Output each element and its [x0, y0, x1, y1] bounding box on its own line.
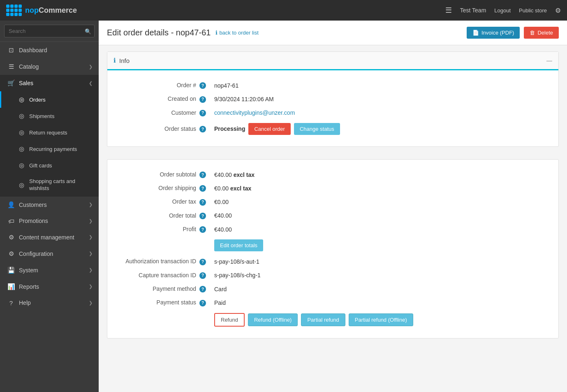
sidebar: 🔍 ⊡ Dashboard ☰ Catalog ❯ 🛒 Sales ❮ ◎ Or… — [0, 21, 99, 392]
edit-order-totals-button[interactable]: Edit order totals — [214, 239, 263, 251]
configuration-icon: ⚙ — [7, 250, 15, 257]
edit-totals-action: Edit order totals — [210, 236, 546, 255]
created-on-row: Created on ? 9/30/2024 11:20:06 AM — [120, 92, 546, 106]
invoice-pdf-button[interactable]: 📄 Invoice (PDF) — [467, 27, 520, 39]
info-table: Order # ? nop47-61 Created on ? 9/30/202… — [120, 79, 546, 138]
order-status-row: Order status ? Processing Cancel order C… — [120, 120, 546, 138]
order-subtotal-help-icon[interactable]: ? — [199, 172, 206, 178]
created-on-help-icon[interactable]: ? — [199, 96, 206, 103]
invoice-icon: 📄 — [472, 30, 479, 36]
auth-transaction-help-icon[interactable]: ? — [199, 259, 206, 265]
info-card-title-text: Info — [119, 57, 130, 64]
capture-transaction-row: Capture transaction ID ? s-pay-108/s-chg… — [120, 269, 546, 282]
cancel-order-button[interactable]: Cancel order — [248, 123, 290, 135]
back-to-order-list-link[interactable]: ℹ back to order list — [215, 30, 258, 36]
sidebar-item-shopping-carts[interactable]: ◎ Shopping carts and wishlists — [0, 174, 99, 197]
chevron-right-customers-icon: ❯ — [89, 202, 93, 207]
delete-button[interactable]: 🗑 Delete — [524, 27, 559, 39]
payment-actions-row: Refund Refund (Offline) Partial refund P… — [120, 310, 546, 330]
order-total-help-icon[interactable]: ? — [199, 213, 206, 219]
created-on-label: Created on ? — [120, 92, 210, 106]
invoice-label: Invoice (PDF) — [481, 30, 514, 36]
order-tax-row: Order tax ? €0.00 — [120, 195, 546, 209]
sidebar-label-return-requests: Return requests — [29, 130, 93, 136]
sidebar-label-shipments: Shipments — [29, 113, 93, 119]
hamburger-icon[interactable]: ☰ — [445, 6, 452, 15]
reports-icon: 📊 — [7, 283, 15, 290]
dashboard-icon: ⊡ — [7, 46, 15, 54]
logo-text: nopCommerce — [25, 6, 77, 15]
sidebar-item-content-management[interactable]: ⚙ Content management ❯ — [0, 229, 99, 246]
profit-row: Profit ? €40.00 — [120, 223, 546, 236]
sidebar-label-customers: Customers — [19, 202, 85, 208]
public-store-link[interactable]: Public store — [519, 7, 547, 14]
sidebar-item-promotions[interactable]: 🏷 Promotions ❯ — [0, 213, 99, 229]
shopping-carts-icon: ◎ — [18, 181, 25, 189]
capture-transaction-help-icon[interactable]: ? — [199, 272, 206, 279]
partial-refund-offline-button[interactable]: Partial refund (Offline) — [349, 313, 413, 326]
sidebar-item-system[interactable]: 💾 System ❯ — [0, 262, 99, 278]
sales-submenu: ◎ Orders ◎ Shipments ◎ Return requests ◎… — [0, 91, 99, 197]
sidebar-label-dashboard: Dashboard — [19, 47, 93, 53]
sidebar-item-help[interactable]: ? Help ❯ — [0, 295, 99, 311]
sidebar-item-gift-cards[interactable]: ◎ Gift cards — [0, 157, 99, 174]
content-management-icon: ⚙ — [7, 234, 15, 241]
sidebar-item-reports[interactable]: 📊 Reports ❯ — [0, 278, 99, 295]
capture-transaction-value: s-pay-108/s-chg-1 — [210, 269, 546, 282]
financial-card-body: Order subtotal ? €40.00 excl tax Order s… — [107, 160, 558, 338]
order-shipping-label: Order shipping ? — [120, 181, 210, 195]
sidebar-item-sales[interactable]: 🛒 Sales ❮ — [0, 75, 99, 91]
sidebar-item-orders[interactable]: ◎ Orders — [0, 91, 99, 108]
order-number-help-icon[interactable]: ? — [199, 82, 206, 89]
logo: nopCommerce — [6, 5, 445, 16]
sidebar-item-recurring-payments[interactable]: ◎ Recurring payments — [0, 141, 99, 157]
payment-method-value: Card — [210, 282, 546, 296]
financial-card: Order subtotal ? €40.00 excl tax Order s… — [107, 159, 559, 339]
sidebar-label-reports: Reports — [19, 283, 85, 290]
order-tax-help-icon[interactable]: ? — [199, 199, 206, 206]
customer-help-icon[interactable]: ? — [199, 110, 206, 116]
logout-link[interactable]: Logout — [494, 7, 511, 14]
customer-email-link[interactable]: connectivityplugins@unzer.com — [214, 109, 295, 116]
collapse-icon[interactable]: — — [546, 57, 552, 64]
sidebar-item-configuration[interactable]: ⚙ Configuration ❯ — [0, 246, 99, 262]
order-total-label: Order total ? — [120, 209, 210, 223]
search-input[interactable] — [4, 25, 95, 37]
sidebar-item-return-requests[interactable]: ◎ Return requests — [0, 124, 99, 141]
sidebar-item-customers[interactable]: 👤 Customers ❯ — [0, 197, 99, 213]
profit-help-icon[interactable]: ? — [199, 226, 206, 233]
info-card-icon: ℹ — [113, 57, 116, 64]
sidebar-item-shipments[interactable]: ◎ Shipments — [0, 108, 99, 124]
refund-offline-button[interactable]: Refund (Offline) — [248, 313, 298, 326]
logo-nop: nop — [25, 6, 39, 14]
payment-method-help-icon[interactable]: ? — [199, 286, 206, 292]
order-total-row: Order total ? €40.00 — [120, 209, 546, 223]
order-status-text: Processing — [214, 125, 245, 132]
order-subtotal-suffix: excl tax — [234, 172, 255, 178]
status-actions: Processing Cancel order Change status — [214, 123, 542, 135]
recurring-payments-icon: ◎ — [18, 145, 25, 153]
main-content: Edit order details - nop47-61 ℹ back to … — [99, 21, 567, 392]
order-shipping-value: €0.00 excl tax — [210, 181, 546, 195]
change-status-button[interactable]: Change status — [294, 123, 340, 135]
order-shipping-help-icon[interactable]: ? — [199, 185, 206, 192]
sales-icon: 🛒 — [7, 79, 15, 87]
nav-right: Test Team Logout Public store ⚙ — [460, 7, 561, 14]
refund-button[interactable]: Refund — [214, 313, 245, 327]
chevron-right-reports-icon: ❯ — [89, 284, 93, 289]
partial-refund-button[interactable]: Partial refund — [301, 313, 345, 326]
sidebar-search-container: 🔍 — [0, 21, 99, 42]
payment-status-help-icon[interactable]: ? — [199, 300, 206, 306]
sidebar-item-catalog[interactable]: ☰ Catalog ❯ — [0, 58, 99, 75]
chevron-right-help-icon: ❯ — [89, 300, 93, 306]
order-status-help-icon[interactable]: ? — [199, 126, 206, 132]
payment-method-label: Payment method ? — [120, 282, 210, 296]
order-tax-value: €0.00 — [210, 195, 546, 209]
sidebar-label-shopping-carts: Shopping carts and wishlists — [29, 178, 93, 192]
sidebar-item-dashboard[interactable]: ⊡ Dashboard — [0, 42, 99, 58]
order-status-value: Processing Cancel order Change status — [210, 120, 546, 138]
edit-totals-label-empty — [120, 236, 210, 255]
settings-icon[interactable]: ⚙ — [555, 7, 561, 14]
chevron-right-icon: ❯ — [89, 64, 93, 70]
info-card-header: ℹ Info — — [107, 52, 558, 70]
